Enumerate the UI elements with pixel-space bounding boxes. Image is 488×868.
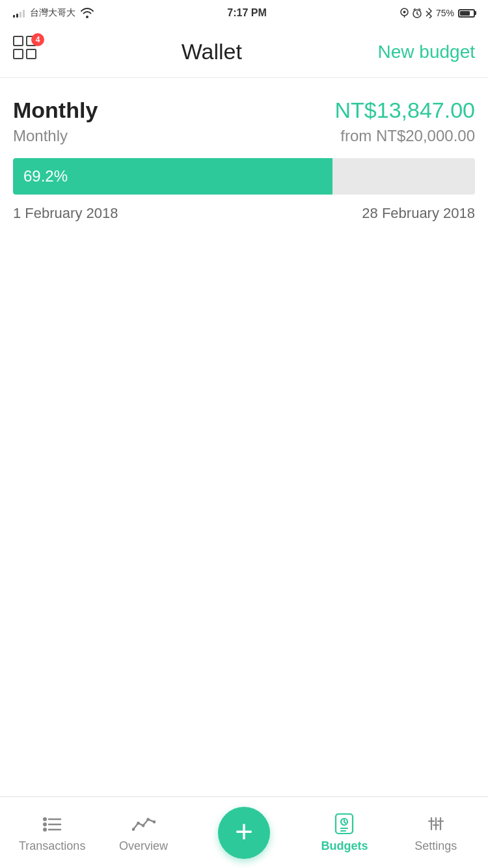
- svg-point-10: [43, 817, 47, 821]
- signal-icon: [13, 8, 25, 18]
- status-right: 75%: [400, 8, 475, 18]
- svg-line-7: [419, 9, 420, 10]
- svg-point-17: [137, 822, 140, 825]
- tab-transactions[interactable]: Transactions: [7, 812, 98, 853]
- budget-from: from NT$20,000.00: [340, 127, 475, 145]
- tab-add[interactable]: +: [189, 807, 299, 859]
- date-start: 1 February 2018: [13, 205, 118, 222]
- transactions-icon: [40, 812, 64, 835]
- overview-label: Overview: [119, 839, 168, 853]
- add-button[interactable]: +: [218, 807, 270, 859]
- budget-card[interactable]: Monthly NT$13,847.00 Monthly from NT$20,…: [13, 98, 475, 222]
- notification-badge: 4: [31, 33, 44, 46]
- progress-bar-fill: 69.2%: [13, 158, 332, 195]
- progress-label: 69.2%: [23, 167, 68, 185]
- plus-icon: +: [235, 816, 253, 847]
- battery-icon: [458, 9, 475, 18]
- svg-line-6: [414, 9, 415, 10]
- wifi-icon: [81, 8, 94, 18]
- svg-point-12: [43, 822, 47, 826]
- tab-budgets[interactable]: Budgets: [299, 812, 390, 853]
- date-row: 1 February 2018 28 February 2018: [13, 205, 475, 222]
- settings-label: Settings: [414, 839, 457, 853]
- date-end: 28 February 2018: [362, 205, 475, 222]
- svg-point-18: [141, 824, 144, 827]
- budget-amount: NT$13,847.00: [335, 98, 476, 123]
- svg-line-8: [426, 11, 429, 14]
- overview-icon: [132, 812, 156, 835]
- top-nav: 4 Wallet New budget: [0, 26, 488, 78]
- budget-subtitle: Monthly: [13, 127, 68, 145]
- bluetooth-icon: [426, 8, 432, 18]
- grid-menu-button[interactable]: 4: [13, 36, 46, 68]
- tab-overview[interactable]: Overview: [98, 812, 189, 853]
- svg-point-14: [43, 828, 47, 832]
- svg-point-1: [403, 11, 405, 14]
- battery-percent: 75%: [436, 8, 454, 18]
- page-title: Wallet: [182, 39, 242, 64]
- tab-bar: Transactions Overview +: [0, 796, 488, 868]
- transactions-label: Transactions: [19, 839, 85, 853]
- status-left: 台灣大哥大: [13, 7, 94, 19]
- status-bar: 台灣大哥大 7:17 PM 75%: [0, 0, 488, 26]
- budget-header: Monthly NT$13,847.00: [13, 98, 475, 123]
- budget-subtitle-row: Monthly from NT$20,000.00: [13, 127, 475, 145]
- svg-line-5: [417, 14, 418, 15]
- location-icon: [400, 8, 409, 18]
- main-content: Monthly NT$13,847.00 Monthly from NT$20,…: [0, 78, 488, 222]
- status-time: 7:17 PM: [227, 7, 266, 19]
- budget-title: Monthly: [13, 98, 98, 123]
- svg-point-19: [146, 818, 150, 821]
- svg-line-23: [344, 822, 346, 823]
- tab-settings[interactable]: Settings: [390, 812, 481, 853]
- settings-icon: [424, 812, 448, 835]
- budgets-label: Budgets: [321, 839, 368, 853]
- carrier-text: 台灣大哥大: [30, 7, 75, 19]
- budgets-icon: [332, 812, 356, 835]
- svg-line-9: [426, 14, 429, 16]
- alarm-icon: [413, 8, 422, 18]
- new-budget-button[interactable]: New budget: [378, 42, 475, 62]
- progress-bar-container: 69.2%: [13, 158, 475, 195]
